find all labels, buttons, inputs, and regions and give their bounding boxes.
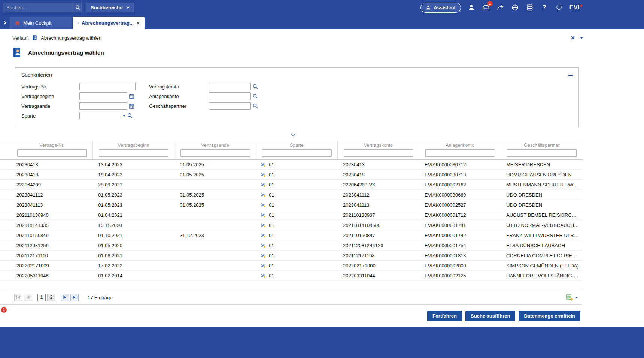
table-row[interactable]: 202202171009 17.02.2022 01 202202171000 … bbox=[0, 261, 583, 271]
panel-expand-chevron-icon[interactable] bbox=[3, 20, 6, 25]
page-title-icon bbox=[11, 47, 22, 58]
chevron-down-icon bbox=[126, 6, 130, 9]
suche-ausfuehren-button[interactable]: Suche ausführen bbox=[465, 311, 515, 321]
vertrags-nr-input[interactable] bbox=[79, 83, 136, 90]
page-2-button[interactable]: 2 bbox=[47, 294, 55, 301]
cell-vertragsbeginn: 15.11.2020 bbox=[93, 222, 174, 228]
search-icon[interactable] bbox=[127, 113, 133, 118]
table-row[interactable]: 2023041112 01.05.2023 01.05.2025 01 2023… bbox=[0, 190, 583, 200]
search-icon[interactable] bbox=[253, 84, 258, 89]
table-row[interactable]: 202110150849 01.10.2021 31.12.2023 01 20… bbox=[0, 230, 583, 240]
next-page-button[interactable] bbox=[61, 294, 69, 301]
table-row[interactable]: 202110141335 15.11.2020 01 2021101410450… bbox=[0, 220, 583, 230]
export-excel-icon bbox=[566, 294, 573, 301]
criteria-header: Suchkriterien bbox=[15, 68, 578, 78]
inbox-icon[interactable]: 1 bbox=[482, 3, 490, 12]
assistent-button[interactable]: Assistent bbox=[420, 3, 461, 13]
search-icon[interactable] bbox=[253, 94, 258, 99]
history-item-link[interactable]: Abrechnungsvertrag wählen bbox=[41, 35, 101, 41]
cell-anlagenkonto: EVIAK0000002527 bbox=[419, 202, 501, 208]
brand-logo[interactable]: EVI bbox=[569, 4, 582, 11]
sparte-value: 01 bbox=[269, 192, 274, 198]
notification-badge[interactable]: 1 bbox=[1, 307, 7, 313]
power-icon[interactable] bbox=[555, 3, 563, 12]
table-row[interactable]: 2023041113 01.05.2023 01.05.2025 01 2023… bbox=[0, 200, 583, 210]
cell-vertragsbeginn: 01.10.2021 bbox=[93, 233, 174, 238]
search-icon[interactable] bbox=[73, 3, 82, 12]
filter-input-geschaeftspartner[interactable] bbox=[507, 149, 577, 157]
datenmenge-ermitteln-button[interactable]: Datenmenge ermitteln bbox=[519, 311, 580, 321]
cell-anlagenkonto: EVIAK0000002009 bbox=[419, 263, 501, 268]
server-icon[interactable] bbox=[526, 3, 534, 12]
chevron-down-icon[interactable] bbox=[580, 37, 583, 39]
sparte-input[interactable] bbox=[79, 112, 121, 119]
filter-input-vertragskonto[interactable] bbox=[344, 149, 413, 157]
verlauf-label: Verlauf: bbox=[12, 35, 29, 41]
suchbereiche-button[interactable]: Suchbereiche bbox=[86, 3, 134, 12]
geschaeftspartner-input[interactable] bbox=[209, 102, 251, 110]
sparte-division-icon bbox=[260, 253, 266, 258]
last-page-button[interactable] bbox=[70, 294, 79, 301]
column-vertrags-nr: Vertrags-Nr. bbox=[11, 141, 93, 159]
cell-anlagenkonto: EVIAK0000030713 bbox=[419, 172, 501, 178]
close-icon[interactable]: × bbox=[571, 34, 575, 41]
table-row[interactable]: 202110130940 01.04.2021 01 202110130937 … bbox=[0, 210, 583, 220]
search-input[interactable] bbox=[3, 3, 82, 12]
cell-geschaeftspartner: MUSTERMANN SCHUTTERWALD bbox=[501, 182, 583, 188]
filter-input-vertrags-nr[interactable] bbox=[17, 149, 87, 157]
tab-close-icon[interactable]: × bbox=[137, 21, 140, 26]
search-icon[interactable] bbox=[253, 103, 258, 109]
table-row[interactable]: 202112171110 01.06.2021 01 202112171108 … bbox=[0, 251, 583, 261]
history-bar: Verlauf: Abrechnungsvertrag wählen × bbox=[0, 29, 586, 42]
cell-geschaeftspartner: SIMPSON GEMÜNDEN (FELDA) bbox=[501, 263, 583, 268]
sparte-division-icon bbox=[260, 243, 266, 248]
filter-input-anlagenkonto[interactable] bbox=[425, 149, 495, 157]
calendar-icon[interactable] bbox=[129, 94, 134, 99]
tab-mein-cockpit[interactable]: Mein Cockpit bbox=[10, 17, 72, 29]
filter-input-vertragsbeginn[interactable] bbox=[99, 149, 168, 157]
window-footer bbox=[0, 327, 644, 358]
contract-icon bbox=[32, 35, 38, 41]
cell-sparte: 01 bbox=[256, 263, 338, 268]
help-icon[interactable]: ? bbox=[540, 3, 549, 12]
calendar-icon[interactable] bbox=[129, 103, 134, 109]
collapse-chevron-icon[interactable] bbox=[286, 133, 300, 137]
cell-vertragsende: 01.05.2025 bbox=[174, 172, 256, 178]
cell-vertragskonto: 202110130937 bbox=[338, 212, 419, 218]
cell-vertrags-nr: 2023041113 bbox=[11, 202, 93, 208]
cell-sparte: 01 bbox=[256, 192, 338, 198]
fortfahren-button[interactable]: Fortfahren bbox=[427, 311, 462, 321]
dropdown-arrow-icon[interactable] bbox=[123, 115, 126, 117]
home-icon bbox=[15, 21, 20, 26]
column-vertragsbeginn: Vertragsbeginn bbox=[93, 141, 174, 159]
label-vertrags-nr: Vertrags-Nr. bbox=[21, 84, 79, 90]
tab-abrechnungsvertrag[interactable]: Abrechnungsvertrag... × bbox=[73, 17, 145, 29]
table-row[interactable]: 202112081259 01.05.2020 01 2021120812441… bbox=[0, 240, 583, 251]
vertragsende-input[interactable] bbox=[79, 102, 127, 110]
anlagenkonto-input[interactable] bbox=[209, 92, 251, 100]
pagination-bar: 1 2 17 Einträge bbox=[0, 290, 583, 305]
previous-page-button[interactable] bbox=[24, 294, 32, 301]
first-page-button[interactable] bbox=[14, 294, 22, 301]
cell-vertrags-nr: 222064209 bbox=[11, 182, 93, 188]
filter-input-vertragsende[interactable] bbox=[180, 149, 250, 157]
cell-anlagenkonto: EVIAK0000030669 bbox=[419, 192, 501, 198]
filter-input-sparte[interactable] bbox=[262, 149, 332, 157]
globe-icon[interactable] bbox=[511, 3, 519, 12]
vertragskonto-input[interactable] bbox=[209, 83, 251, 90]
table-row[interactable]: 202205311046 01.02.2014 01 202203311044 … bbox=[0, 271, 583, 281]
cell-anlagenkonto: EVIAK0000002125 bbox=[419, 273, 501, 279]
label-vertragskonto: Vertragskonto bbox=[149, 84, 209, 90]
table-row[interactable]: 222064209 28.09.2021 01 222064209-VK EVI… bbox=[0, 180, 583, 190]
table-row[interactable]: 20230413 13.04.2023 01.05.2025 01 202304… bbox=[0, 160, 583, 170]
sparte-division-icon bbox=[260, 192, 266, 198]
export-button[interactable] bbox=[566, 294, 578, 301]
column-vertragskonto: Vertragskonto bbox=[338, 141, 419, 159]
cell-vertrags-nr: 202112081259 bbox=[11, 243, 93, 248]
collapse-minus-icon[interactable] bbox=[568, 75, 573, 76]
user-icon[interactable] bbox=[467, 3, 476, 12]
table-row[interactable]: 20230418 18.04.2023 01.05.2025 01 202304… bbox=[0, 170, 583, 180]
redo-icon[interactable] bbox=[496, 3, 505, 12]
vertragsbeginn-input[interactable] bbox=[79, 92, 127, 100]
page-1-button[interactable]: 1 bbox=[37, 294, 46, 301]
